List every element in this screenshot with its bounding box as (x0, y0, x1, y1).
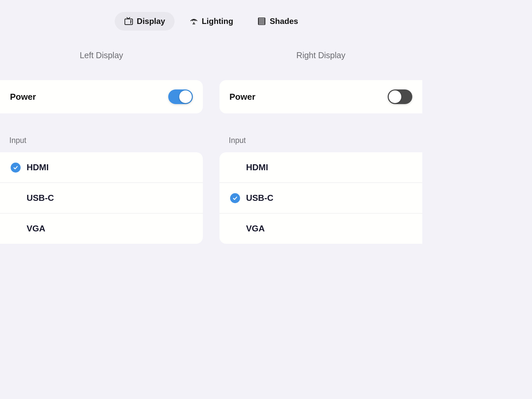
left-input-vga[interactable]: VGA (0, 213, 203, 244)
left-power-card: Power (0, 80, 203, 113)
left-display-panel: Left Display Power Input HDMI USB-C (0, 51, 203, 244)
right-display-panel: Right Display Power Input HDMI USB-C (219, 51, 422, 244)
svg-point-2 (131, 20, 132, 21)
input-label: VGA (27, 223, 45, 234)
left-input-usbc[interactable]: USB-C (0, 183, 203, 213)
left-panel-title: Left Display (0, 51, 203, 60)
tab-lighting[interactable]: Lighting (180, 12, 243, 31)
right-input-vga[interactable]: VGA (219, 213, 422, 244)
tab-display-label: Display (137, 17, 165, 26)
left-input-card: HDMI USB-C VGA (0, 152, 203, 244)
input-label: USB-C (27, 193, 54, 203)
input-label: USB-C (246, 193, 273, 203)
right-power-card: Power (219, 80, 422, 113)
left-input-section-label: Input (0, 136, 203, 152)
input-label: HDMI (27, 162, 49, 173)
tab-lighting-label: Lighting (202, 17, 233, 26)
right-input-usbc[interactable]: USB-C (219, 183, 422, 213)
toggle-knob (179, 90, 192, 103)
right-power-toggle[interactable] (388, 89, 412, 104)
tab-shades-label: Shades (270, 17, 298, 26)
left-power-label: Power (10, 92, 36, 102)
tab-bar: Display Lighting Shades (0, 0, 422, 34)
check-placeholder (230, 224, 240, 234)
input-label: HDMI (246, 162, 268, 173)
light-icon (189, 17, 199, 26)
toggle-knob (389, 90, 401, 103)
left-input-hdmi[interactable]: HDMI (0, 152, 203, 183)
tab-shades[interactable]: Shades (248, 12, 307, 31)
svg-point-3 (131, 21, 132, 22)
panels-container: Left Display Power Input HDMI USB-C (0, 34, 422, 244)
right-panel-title: Right Display (219, 51, 422, 60)
right-power-label: Power (229, 92, 255, 102)
check-placeholder (230, 163, 240, 173)
right-input-section-label: Input (219, 136, 422, 152)
tv-icon (124, 17, 133, 26)
input-label: VGA (246, 223, 265, 234)
check-icon (11, 163, 21, 173)
shades-icon (257, 17, 266, 26)
check-icon (230, 193, 240, 203)
right-input-card: HDMI USB-C VGA (219, 152, 422, 244)
right-input-hdmi[interactable]: HDMI (219, 152, 422, 183)
left-power-toggle[interactable] (168, 89, 193, 104)
check-placeholder (11, 224, 21, 234)
tab-display[interactable]: Display (115, 12, 174, 31)
check-placeholder (11, 193, 21, 203)
